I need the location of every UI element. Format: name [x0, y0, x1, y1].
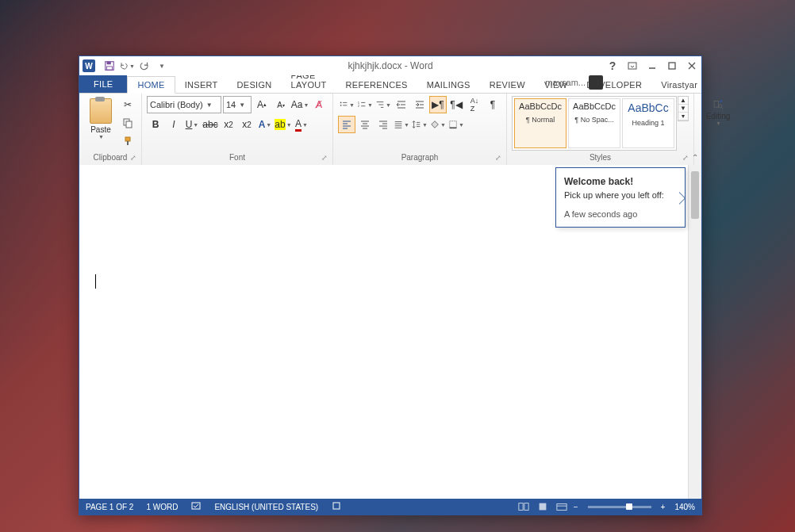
macro-icon[interactable] — [331, 500, 342, 513]
underline-button[interactable]: U▼ — [183, 116, 201, 133]
highlight-button[interactable]: ab▼ — [275, 116, 292, 133]
change-case-button[interactable]: Aa▼ — [291, 96, 309, 113]
text-effects-button[interactable]: A▼ — [256, 116, 274, 133]
svg-rect-10 — [125, 137, 130, 141]
font-size-combo[interactable]: 14▼ — [223, 96, 252, 113]
collapse-ribbon-button[interactable]: ⌃ — [692, 153, 698, 162]
align-right-button[interactable] — [374, 116, 392, 133]
spelling-icon[interactable] — [190, 500, 202, 513]
tab-home[interactable]: HOME — [127, 76, 175, 94]
styles-more[interactable]: ▾ — [678, 113, 688, 121]
svg-point-12 — [340, 102, 342, 104]
copy-button[interactable] — [119, 114, 136, 132]
line-spacing-button[interactable]: ▼ — [411, 116, 428, 133]
undo-button[interactable]: ▼ — [119, 59, 135, 73]
svg-rect-56 — [524, 503, 528, 511]
avatar[interactable] — [589, 75, 603, 90]
web-layout-button[interactable] — [555, 501, 569, 512]
tab-references[interactable]: REFERENCES — [336, 77, 417, 93]
tab-file[interactable]: FILE — [79, 75, 127, 93]
print-layout-button[interactable] — [536, 501, 550, 512]
editing-button[interactable]: Editing ▼ — [699, 96, 737, 128]
page-count[interactable]: PAGE 1 OF 2 — [86, 503, 133, 511]
maximize-button[interactable] — [662, 58, 682, 74]
welcome-back-callout[interactable]: Welcome back! Pick up where you left off… — [555, 167, 686, 228]
svg-text:2: 2 — [358, 104, 360, 108]
decrease-indent-button[interactable] — [393, 96, 410, 113]
styles-scroll-up[interactable]: ▲ — [678, 97, 688, 105]
clipboard-group-label: Clipboard — [84, 153, 136, 163]
tab-virastyar[interactable]: Virastyar — [651, 77, 707, 93]
bullets-button[interactable]: ▼ — [338, 96, 355, 113]
tab-mailings[interactable]: MAILINGS — [417, 77, 480, 93]
shading-button[interactable]: ▼ — [429, 116, 447, 133]
styles-group-label: Styles — [512, 153, 689, 163]
ltr-direction-button[interactable]: ▶¶ — [429, 96, 447, 113]
language-status[interactable]: ENGLISH (UNITED STATES) — [214, 503, 318, 511]
vertical-scrollbar[interactable] — [688, 165, 701, 499]
sort-button[interactable]: A↓Z — [466, 96, 483, 113]
borders-button[interactable]: ▼ — [447, 116, 465, 133]
svg-rect-50 — [714, 101, 719, 108]
subscript-button[interactable]: x2 — [220, 116, 237, 133]
grow-font-button[interactable]: A▴ — [253, 96, 271, 113]
title-bar: W ▼ ▼ kjhkjhjk.docx - Word ? — [79, 56, 701, 75]
help-button[interactable]: ? — [603, 58, 622, 74]
tab-design[interactable]: DESIGN — [228, 77, 282, 93]
scroll-thumb[interactable] — [691, 171, 699, 219]
font-launcher[interactable]: ⤢ — [321, 154, 331, 163]
styles-launcher[interactable]: ⤢ — [682, 154, 692, 163]
group-clipboard: Paste ▼ ✂ Clipboard ⤢ — [79, 94, 142, 165]
font-name-combo[interactable]: Calibri (Body)▼ — [147, 96, 221, 113]
strikethrough-button[interactable]: abc — [202, 116, 219, 133]
style-no-spacing[interactable]: AaBbCcDc ¶ No Spac... — [568, 98, 620, 148]
zoom-in-button[interactable]: + — [661, 503, 666, 511]
read-mode-button[interactable] — [517, 501, 531, 512]
clear-formatting-button[interactable]: A̸ — [310, 96, 328, 113]
italic-button[interactable]: I — [165, 116, 182, 133]
styles-scroll-down[interactable]: ▼ — [678, 105, 688, 113]
cut-button[interactable]: ✂ — [119, 96, 136, 113]
redo-button[interactable] — [136, 59, 152, 73]
align-center-button[interactable] — [356, 116, 374, 133]
style-heading-1[interactable]: AaBbCc Heading 1 — [622, 98, 674, 148]
font-color-button[interactable]: A▼ — [293, 116, 310, 133]
increase-indent-button[interactable] — [411, 96, 428, 113]
show-marks-button[interactable]: ¶ — [484, 96, 501, 113]
zoom-level[interactable]: 140% — [674, 503, 695, 511]
save-button[interactable] — [102, 59, 117, 73]
multilevel-list-button[interactable]: ▼ — [374, 96, 392, 113]
tab-insert[interactable]: INSERT — [175, 77, 228, 93]
styles-gallery: AaBbCcDc ¶ Normal AaBbCcDc ¶ No Spac... … — [512, 96, 677, 151]
ribbon-options-button[interactable] — [623, 58, 642, 74]
font-group-label: Font — [147, 153, 328, 163]
user-name[interactable]: maysam... — [545, 78, 586, 87]
justify-button[interactable]: ▼ — [393, 116, 410, 133]
shrink-font-button[interactable]: A▾ — [272, 96, 290, 113]
bold-button[interactable]: B — [147, 116, 164, 133]
paste-button[interactable]: Paste ▼ — [84, 96, 117, 153]
group-editing: Editing ▼ — [694, 94, 742, 165]
welcome-timestamp: A few seconds ago — [564, 209, 677, 219]
svg-rect-54 — [333, 503, 340, 509]
word-count[interactable]: 1 WORD — [146, 503, 178, 511]
paragraph-launcher[interactable]: ⤢ — [495, 154, 505, 163]
numbering-button[interactable]: 12▼ — [356, 96, 374, 113]
tab-review[interactable]: REVIEW — [480, 77, 535, 93]
document-area: Welcome back! Pick up where you left off… — [79, 165, 701, 499]
rtl-direction-button[interactable]: ¶◀ — [447, 96, 465, 113]
welcome-title: Welcome back! — [564, 176, 677, 187]
zoom-slider[interactable] — [588, 506, 651, 508]
svg-rect-5 — [669, 63, 675, 69]
svg-rect-48 — [450, 121, 457, 128]
zoom-out-button[interactable]: − — [574, 503, 578, 511]
align-left-button[interactable] — [338, 116, 355, 133]
close-button[interactable] — [682, 58, 701, 74]
format-painter-button[interactable] — [119, 132, 136, 150]
clipboard-launcher[interactable]: ⤢ — [130, 154, 140, 163]
superscript-button[interactable]: x2 — [238, 116, 255, 133]
paragraph-group-label: Paragraph — [338, 153, 501, 163]
minimize-button[interactable] — [643, 58, 662, 74]
qat-customize-button[interactable]: ▼ — [154, 59, 170, 73]
style-normal[interactable]: AaBbCcDc ¶ Normal — [514, 98, 566, 148]
